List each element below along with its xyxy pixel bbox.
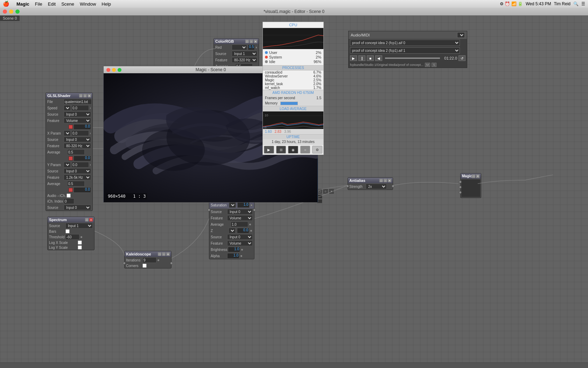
kaleid-corners-label: Corners bbox=[126, 264, 142, 268]
glsl-ctrl-1[interactable]: □ bbox=[79, 94, 83, 97]
magic-ctrl-2[interactable]: × bbox=[476, 175, 479, 178]
glsl-ctrl-3[interactable]: × bbox=[88, 94, 91, 97]
glsl-ctrl-2[interactable]: ○ bbox=[83, 94, 87, 97]
glsl-ysource-select[interactable]: Input 0 bbox=[64, 168, 91, 174]
glsl-file-input[interactable] bbox=[64, 99, 92, 104]
antialias-ctrl-3[interactable]: × bbox=[388, 179, 391, 182]
kaleid-iter-input[interactable] bbox=[142, 257, 156, 263]
color2-sat-select[interactable] bbox=[229, 202, 236, 208]
kaleid-ctrl-2[interactable]: ○ bbox=[162, 252, 166, 256]
glsl-header[interactable]: GLSLShader □ ○ × bbox=[46, 93, 92, 98]
search-icon[interactable]: 🔍 bbox=[573, 1, 579, 6]
glsl-yparam-select[interactable] bbox=[64, 162, 71, 168]
spectrum-threshold-port bbox=[80, 236, 83, 238]
antialias-ctrl-1[interactable]: □ bbox=[379, 179, 383, 182]
apple-menu[interactable]: 🍎 bbox=[3, 1, 9, 7]
monitor-btn-2[interactable]: ○ bbox=[323, 189, 328, 194]
color2-z-select[interactable] bbox=[229, 228, 236, 233]
magic-ctrl-1[interactable]: □ bbox=[472, 175, 475, 178]
glsl-feature-select[interactable]: Volume bbox=[64, 118, 91, 123]
close-button[interactable] bbox=[3, 9, 7, 14]
audio-file1-select[interactable]: proof of concept idea 2 (fcp1).aif 0 bbox=[350, 40, 460, 46]
menu-edit[interactable]: Edit bbox=[48, 1, 56, 7]
preview-close[interactable] bbox=[106, 68, 110, 72]
glsl-xfeature-select[interactable]: 80-320 Hz bbox=[64, 143, 91, 149]
glsl-speed-input[interactable] bbox=[71, 105, 89, 111]
antialias-ctrl-2[interactable]: ○ bbox=[384, 179, 387, 182]
glsl-isource-select[interactable]: Input 0 bbox=[64, 205, 91, 210]
spectrum-logx-check[interactable] bbox=[78, 240, 82, 245]
spectrum-ctrl-x[interactable]: × bbox=[89, 218, 93, 222]
audio-mode-select[interactable] bbox=[457, 32, 465, 38]
glsl-yfeature-select[interactable]: 1.2k-5k Hz bbox=[64, 175, 91, 180]
audio-m-badge[interactable]: M bbox=[425, 63, 430, 67]
color2-avg-input[interactable] bbox=[231, 222, 248, 227]
glsl-source-select[interactable]: Input 0 bbox=[64, 111, 91, 117]
magic-header[interactable]: Magic □ × bbox=[461, 173, 481, 179]
cpu-icon-3[interactable]: ◉ bbox=[288, 146, 298, 154]
spectrum-source-select[interactable]: Input 1 bbox=[65, 223, 93, 229]
glsl-audioch-check[interactable] bbox=[66, 193, 71, 198]
audio-progress-slider[interactable] bbox=[385, 57, 440, 59]
spectrum-header[interactable]: Spectrum □ × bbox=[48, 217, 94, 223]
glsl-ich-input[interactable] bbox=[64, 198, 74, 204]
glsl-xavg-input[interactable] bbox=[67, 149, 85, 155]
color-ctrl-1[interactable]: □ bbox=[245, 40, 249, 43]
spectrum-ctrl-1[interactable]: □ bbox=[85, 218, 89, 222]
glsl-xsource-select[interactable]: Input 0 bbox=[64, 137, 91, 142]
kaleid-output-port bbox=[170, 262, 173, 265]
kaleid-ctrl-3[interactable]: × bbox=[166, 252, 170, 256]
menu-window[interactable]: Window bbox=[80, 1, 96, 7]
process-name-4: mf_watch bbox=[265, 86, 280, 90]
monitor-btn-3[interactable]: × bbox=[329, 189, 334, 194]
cpu-icon-4[interactable]: ○ bbox=[300, 146, 310, 154]
spectrum-logy-check[interactable] bbox=[78, 245, 82, 250]
cpu-icon-2[interactable]: ⊞ bbox=[276, 146, 286, 154]
audio-s-badge[interactable]: S bbox=[432, 63, 436, 67]
kaleid-corners-check[interactable] bbox=[142, 264, 147, 268]
load-average-btn[interactable]: LOAD AVERAGE bbox=[263, 106, 323, 111]
cpu-icon-5[interactable]: ⚙ bbox=[312, 146, 322, 154]
audio-stop-btn[interactable]: ■ bbox=[367, 55, 374, 61]
color2-feature-select[interactable]: Volume bbox=[227, 215, 253, 221]
audio-play-btn[interactable]: ▶ bbox=[350, 55, 357, 61]
audio-file2-select[interactable]: proof of concept idea 2 (fcp1).aif 1 bbox=[350, 47, 460, 54]
glsl-xparam-select[interactable] bbox=[64, 130, 71, 136]
audio-pause-btn[interactable]: ‖ bbox=[358, 55, 365, 61]
spectrum-bars-check[interactable] bbox=[65, 229, 70, 233]
glsl-yparam-input[interactable] bbox=[71, 162, 89, 168]
preview-maximize[interactable] bbox=[118, 68, 121, 72]
color-header[interactable]: ColorRGB □ ○ × bbox=[214, 39, 259, 44]
color-ctrl-3[interactable]: × bbox=[254, 40, 257, 43]
spectrum-threshold-input[interactable] bbox=[65, 234, 79, 240]
color2-z-label: Z bbox=[211, 229, 226, 233]
menu-magic[interactable]: Magic bbox=[16, 1, 29, 7]
preview-minimize[interactable] bbox=[112, 68, 116, 72]
antialias-strength-select[interactable]: 2x bbox=[366, 184, 387, 189]
glsl-yavg-input[interactable] bbox=[67, 181, 85, 186]
audio-rewind-btn[interactable]: ◀ bbox=[375, 55, 382, 61]
color-source-select[interactable]: Input 1 bbox=[232, 51, 257, 56]
menu-help[interactable]: Help bbox=[102, 1, 111, 7]
kaleid-ctrl-1[interactable]: □ bbox=[158, 252, 161, 256]
kaleid-header[interactable]: Kaleidoscope □ ○ × bbox=[125, 251, 171, 257]
menu-scene[interactable]: Scene bbox=[61, 1, 74, 7]
scene-tab[interactable]: Scene 0 bbox=[0, 15, 20, 21]
glsl-xparam-input[interactable] bbox=[71, 130, 89, 136]
bottom-scrollbar[interactable] bbox=[0, 362, 588, 368]
cpu-icon-1[interactable]: ▶ bbox=[264, 146, 274, 154]
antialias-header[interactable]: Antialias □ ○ × bbox=[348, 178, 393, 183]
color-ctrl-2[interactable]: ○ bbox=[250, 40, 253, 43]
color2-source-select[interactable]: Input 0 bbox=[227, 209, 253, 214]
color-feature-select[interactable]: 80-320 Hz bbox=[232, 57, 257, 63]
color-red-select[interactable] bbox=[232, 45, 247, 50]
color2-zsource-select[interactable]: Input 0 bbox=[227, 234, 253, 240]
audio-loop-btn[interactable]: ↺ bbox=[458, 55, 465, 61]
menu-file[interactable]: File bbox=[35, 1, 42, 7]
glsl-speed-select[interactable] bbox=[64, 105, 71, 111]
color2-zfeature-select[interactable]: Volume bbox=[227, 240, 253, 246]
canvas-area[interactable]: GLSLShader □ ○ × File Speed Source Input… bbox=[0, 15, 588, 362]
minimize-button[interactable] bbox=[9, 9, 13, 14]
maximize-button[interactable] bbox=[15, 9, 20, 14]
menu-icon[interactable]: ☰ bbox=[581, 1, 585, 6]
